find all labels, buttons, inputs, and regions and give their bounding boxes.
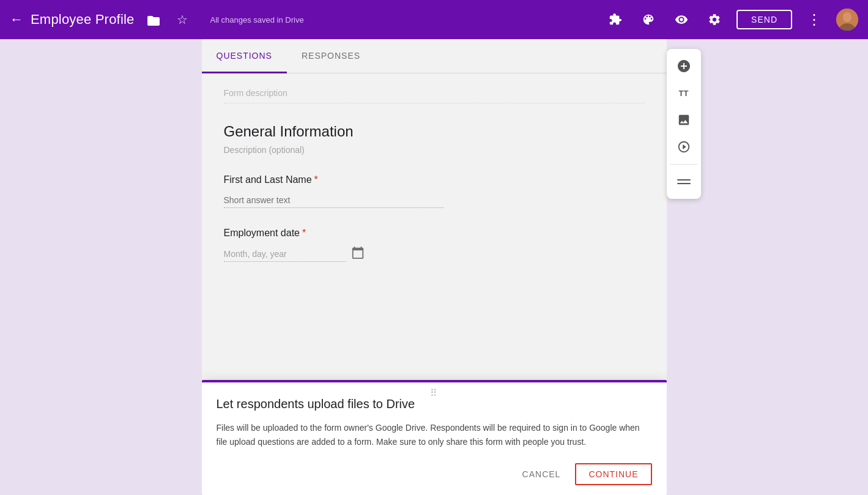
add-element-button[interactable] (672, 54, 696, 78)
dialog-continue-button[interactable]: CONTINUE (575, 463, 651, 485)
dialog-actions: CANCEL CONTINUE (217, 463, 652, 485)
form-panel: QUESTIONS RESPONSES Form description Gen… (202, 39, 667, 495)
dialog-body: Files will be uploaded to the form owner… (217, 421, 652, 448)
drag-handle-icon: ⠿ (430, 387, 439, 399)
add-video-button[interactable] (672, 135, 696, 159)
preview-icon[interactable] (670, 9, 692, 31)
dialog-cancel-button[interactable]: CANCEL (513, 464, 571, 484)
add-section-button[interactable] (672, 169, 696, 194)
star-icon[interactable]: ☆ (171, 9, 193, 31)
fab-divider (670, 164, 697, 165)
palette-icon[interactable] (637, 9, 659, 31)
dialog-overlay: ⠿ Let respondents upload files to Drive … (202, 39, 667, 495)
svg-point-1 (843, 12, 851, 22)
folder-icon[interactable] (142, 9, 164, 31)
saved-status: All changes saved in Drive (210, 15, 304, 24)
svg-rect-4 (677, 183, 691, 184)
avatar[interactable] (836, 9, 858, 31)
svg-rect-3 (677, 179, 691, 181)
add-title-button[interactable]: TT (672, 81, 696, 105)
main-content: QUESTIONS RESPONSES Form description Gen… (0, 39, 868, 495)
right-background: TT (667, 39, 869, 495)
dialog-title: Let respondents upload files to Drive (217, 397, 652, 411)
file-upload-dialog: ⠿ Let respondents upload files to Drive … (202, 380, 667, 495)
header-left: ← Employee Profile ☆ All changes saved i… (10, 9, 604, 31)
app-header: ← Employee Profile ☆ All changes saved i… (0, 0, 868, 39)
app-title: Employee Profile (31, 12, 135, 28)
back-button[interactable]: ← (10, 12, 23, 28)
settings-icon[interactable] (703, 9, 725, 31)
more-options-icon[interactable]: ⋮ (803, 9, 825, 31)
left-background (0, 39, 202, 495)
fab-panel: TT (667, 49, 701, 199)
send-button[interactable]: SEND (736, 10, 792, 29)
add-image-button[interactable] (672, 108, 696, 132)
header-right: SEND ⋮ (604, 9, 858, 31)
puzzle-icon[interactable] (604, 9, 626, 31)
